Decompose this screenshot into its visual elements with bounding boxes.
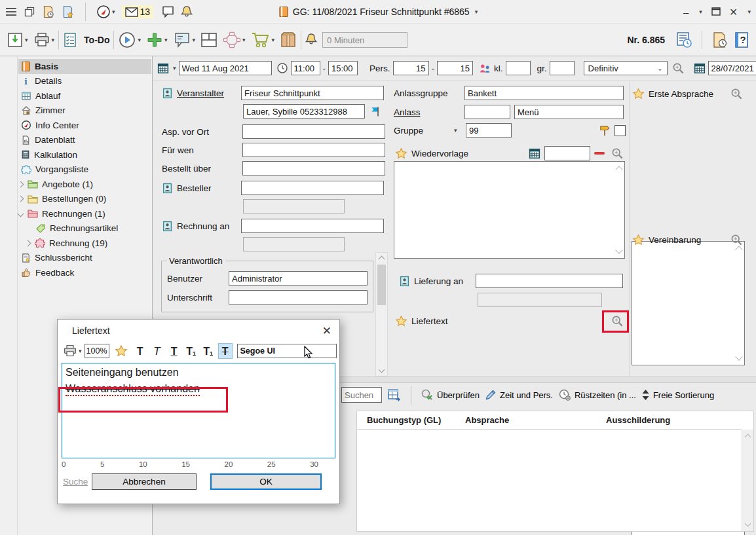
add-plus-icon[interactable]: ▾ (146, 31, 168, 48)
sidebar-item-basis[interactable]: Basis (18, 59, 151, 74)
person-card-icon[interactable] (399, 276, 410, 287)
scroll-up-icon[interactable] (615, 166, 622, 173)
fuerwen-field[interactable] (242, 143, 385, 157)
search-input[interactable] (341, 387, 382, 403)
sidebar-item-kalkulation[interactable]: Kalkulation (18, 147, 151, 162)
underline-button[interactable]: T (167, 343, 181, 359)
erste-absprache-textarea[interactable] (632, 241, 745, 365)
sidebar-item-angebote[interactable]: Angebote (1) (18, 177, 151, 192)
minimize-button[interactable]: – (683, 7, 689, 18)
created-calendar-icon[interactable] (694, 62, 706, 74)
liefertext-magnifier-icon[interactable] (609, 313, 626, 329)
col-absprache[interactable]: Absprache (465, 415, 509, 425)
start-play-icon[interactable]: ▾ (118, 31, 141, 49)
wiedervorlage-calendar-icon[interactable] (529, 147, 540, 159)
todo-icon[interactable] (63, 32, 77, 48)
hamburger-menu-icon[interactable] (5, 7, 17, 16)
minimize-caret[interactable]: ▾ (699, 9, 702, 15)
freie-sortierung-button[interactable]: Freie Sortierung (641, 389, 714, 401)
cancel-button[interactable]: Abbrechen (92, 473, 197, 490)
title-dropdown-caret[interactable]: ▾ (475, 9, 478, 15)
calendar-icon[interactable] (157, 62, 169, 74)
wiedervorlage-magnifier-icon[interactable] (609, 145, 626, 161)
status-select[interactable]: Definitiv ⌄ (584, 61, 668, 75)
flag-icon[interactable] (369, 106, 380, 117)
sidebar-item-datenblatt[interactable]: Datenblatt (18, 133, 151, 148)
package-icon[interactable] (280, 31, 297, 48)
unterschrift-field[interactable] (229, 290, 368, 304)
anlass-field[interactable] (514, 105, 624, 119)
bestellt-field[interactable] (242, 161, 385, 175)
scroll-up-icon[interactable] (379, 256, 385, 263)
status-magnifier-icon[interactable] (670, 60, 687, 76)
scroll-down-icon[interactable] (615, 246, 622, 253)
chevron-right-icon[interactable] (18, 196, 24, 202)
room-plan-icon[interactable] (200, 32, 217, 48)
document-star-icon[interactable] (62, 5, 75, 18)
minutes-field[interactable]: 0 Minuten (322, 32, 407, 48)
close-caret[interactable]: ▾ (747, 9, 751, 15)
alarm-bell-icon[interactable] (305, 33, 317, 47)
sidebar-item-rechnungen[interactable]: Rechnungen (1) (18, 206, 151, 221)
signpost-icon[interactable] (599, 124, 611, 136)
time-to-field[interactable] (328, 61, 358, 75)
kl-field[interactable] (506, 61, 531, 75)
sidebar-item-rechnung[interactable]: Rechnung (19) (18, 236, 151, 251)
help-icon[interactable]: ? (734, 31, 749, 48)
star-icon[interactable] (115, 344, 128, 358)
close-button[interactable]: × (730, 5, 738, 20)
gr-field[interactable] (550, 61, 575, 75)
sidebar-item-bestellungen[interactable]: Bestellungen (0) (18, 192, 151, 207)
star-icon[interactable] (632, 88, 645, 100)
pers-to-field[interactable] (437, 61, 473, 75)
cart-icon[interactable]: ▾ (251, 31, 275, 48)
windows-copy-icon[interactable] (24, 6, 35, 18)
lieferung-an-field[interactable] (476, 274, 623, 288)
wiedervorlage-textarea[interactable] (394, 161, 625, 259)
font-name-field[interactable] (237, 344, 337, 358)
sidebar-item-schlussbericht[interactable]: Schlussbericht (18, 251, 151, 266)
scroll-up-icon[interactable] (745, 434, 751, 441)
seating-diagram-icon[interactable]: ▾ (223, 31, 246, 48)
print-icon[interactable]: ▾ (63, 344, 82, 358)
ruestzeiten-button[interactable]: Rüstzeiten (in ... (558, 388, 636, 401)
star-icon[interactable] (395, 315, 407, 327)
table-scrollbar[interactable] (742, 430, 753, 531)
mail-badge[interactable]: 13 (122, 5, 154, 18)
zeit-und-pers-button[interactable]: Zeit und Pers. (485, 389, 553, 401)
sidebar-item-details[interactable]: i Details (18, 74, 151, 89)
remove-icon[interactable] (594, 152, 605, 155)
chevron-right-icon[interactable] (18, 181, 24, 187)
besteller-field[interactable] (241, 181, 384, 195)
superscript-button[interactable]: T1 (184, 343, 198, 359)
veranstalter-field[interactable] (241, 86, 384, 100)
veranstalter-label[interactable]: Veranstalter (177, 88, 237, 98)
bold-button[interactable]: T (133, 343, 147, 359)
sidebar-item-ablauf[interactable]: Ablauf (18, 88, 151, 103)
comment-icon[interactable]: ▾ (173, 32, 196, 48)
document-clock-icon[interactable] (42, 5, 55, 18)
wiedervorlage-date-field[interactable] (544, 146, 590, 160)
gruppe-caret[interactable]: ▾ (454, 127, 462, 134)
star-icon[interactable] (395, 147, 407, 160)
event-date-field[interactable] (179, 61, 272, 75)
maximize-button[interactable] (711, 7, 721, 18)
anlass-code-field[interactable] (464, 105, 510, 119)
person-card-icon[interactable] (162, 221, 173, 232)
suche-link[interactable]: Suche (63, 477, 92, 487)
subscript-button[interactable]: T1 (201, 343, 216, 359)
dialog-close-icon[interactable]: ✕ (322, 324, 331, 338)
col-buchungstyp[interactable]: Buchungstyp (GL) (367, 415, 441, 425)
print-icon[interactable]: ▾ (33, 32, 55, 48)
scroll-down-icon[interactable] (735, 353, 742, 360)
pers-from-field[interactable] (393, 61, 429, 75)
history-list-icon[interactable] (675, 31, 692, 48)
rechnung-an-field[interactable] (241, 219, 384, 233)
person-card-icon[interactable] (162, 88, 173, 99)
anlass-label[interactable]: Anlass (394, 107, 461, 117)
form-scrollbar[interactable] (375, 252, 388, 377)
col-ausschilderung[interactable]: Ausschilderung (606, 415, 670, 425)
italic-button[interactable]: T (150, 343, 164, 359)
sidebar-item-zimmer[interactable]: Zimmer (18, 103, 151, 119)
created-date-field[interactable] (708, 61, 756, 75)
